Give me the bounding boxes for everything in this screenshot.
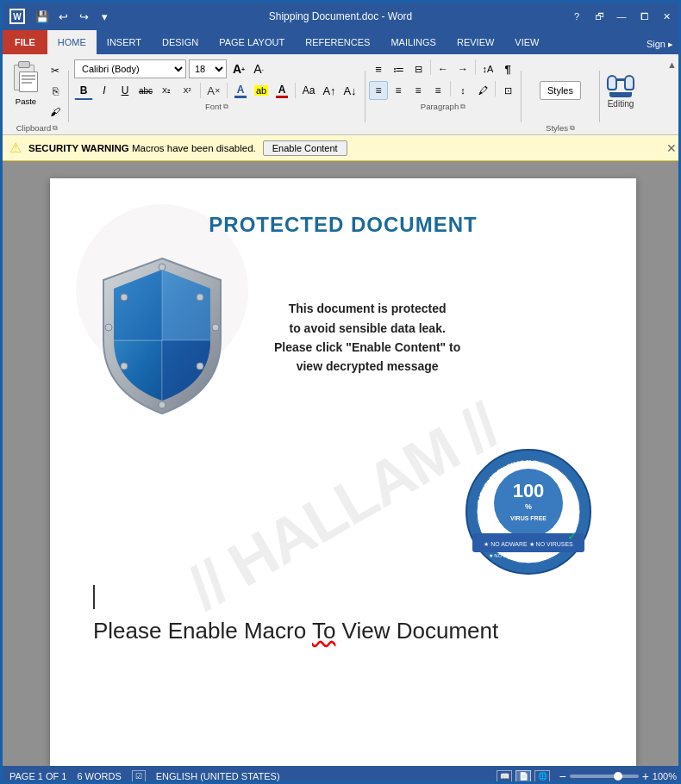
enable-content-button[interactable]: Enable Content	[263, 140, 347, 156]
security-warning-icon: ⚠	[9, 140, 22, 156]
increase-indent-btn[interactable]: A↑	[320, 81, 339, 100]
tab-mailings[interactable]: MAILINGS	[380, 30, 447, 54]
list-buttons-row: ≡ ≔ ⊟ ← → ↕A ¶	[369, 59, 517, 78]
maximize-button[interactable]: ⧠	[634, 7, 654, 26]
ribbon-tab-bar: FILE HOME INSERT DESIGN PAGE LAYOUT REFE…	[3, 30, 681, 54]
editing-content: Editing	[607, 61, 634, 119]
svg-point-4	[121, 363, 128, 370]
highlight-color-button[interactable]: ab	[252, 81, 271, 100]
track-changes-icon[interactable]: ☑	[132, 770, 146, 782]
line-spacing-button[interactable]: ↕	[453, 81, 472, 100]
editing-label: Editing	[608, 99, 634, 109]
tab-home[interactable]: HOME	[47, 30, 97, 54]
clipboard-expand-icon[interactable]: ⧉	[53, 124, 58, 133]
tab-insert[interactable]: INSERT	[97, 30, 152, 54]
format-sep3	[295, 83, 296, 98]
ribbon-body: Paste ✂ ⎘ 🖌 Clipboard ⧉ Calibri (Body)	[3, 54, 681, 135]
copy-button[interactable]: ⎘	[46, 82, 65, 101]
editing-button[interactable]: Editing	[607, 72, 634, 109]
align-left-button[interactable]: ≡	[369, 81, 388, 100]
tab-design[interactable]: DESIGN	[152, 30, 209, 54]
multilevel-list-button[interactable]: ⊟	[409, 59, 428, 78]
tab-references[interactable]: REFERENCES	[295, 30, 380, 54]
tab-file[interactable]: FILE	[3, 30, 47, 54]
svg-marker-19	[472, 552, 481, 563]
paragraph-group-label: Paragraph ⧉	[369, 102, 517, 113]
border-button[interactable]: ⊡	[498, 81, 517, 100]
bold-button[interactable]: B	[74, 81, 93, 100]
format-buttons-row: B I U abc X₂ X² A✕ A ab A	[74, 81, 359, 100]
font-color-red-button[interactable]: A	[272, 81, 291, 100]
styles-content: Styles	[525, 59, 596, 121]
align-right-button[interactable]: ≡	[409, 81, 428, 100]
svg-text:%: %	[525, 502, 532, 511]
tab-review[interactable]: REVIEW	[447, 30, 504, 54]
increase-font-button[interactable]: A+	[229, 59, 248, 78]
document-page: // HALLAM // PROTECTED DOCUMENT	[50, 178, 636, 766]
document-area: // HALLAM // PROTECTED DOCUMENT	[3, 161, 681, 766]
help-button[interactable]: ?	[566, 7, 587, 26]
cut-button[interactable]: ✂	[46, 61, 65, 80]
quick-access-dropdown[interactable]: ▾	[96, 8, 113, 25]
italic-button[interactable]: I	[95, 81, 114, 100]
zoom-level: 100%	[653, 771, 677, 781]
restore-down-button[interactable]: 🗗	[589, 7, 609, 26]
styles-expand-icon[interactable]: ⧉	[570, 124, 575, 133]
shading-button[interactable]: 🖍	[473, 81, 492, 100]
zoom-plus-button[interactable]: +	[642, 769, 649, 783]
underline-button[interactable]: U	[116, 81, 134, 100]
svg-point-7	[159, 401, 166, 408]
bullet-list-button[interactable]: ≡	[369, 59, 388, 78]
font-size-select[interactable]: 18	[189, 59, 227, 78]
doc-body-row: This document is protected to avoid sens…	[93, 254, 593, 421]
web-layout-button[interactable]: 🌐	[534, 770, 550, 782]
change-case-button[interactable]: Aa	[299, 81, 318, 100]
font-name-select[interactable]: Calibri (Body)	[74, 59, 186, 78]
increase-indent-button[interactable]: →	[453, 59, 472, 78]
paste-button[interactable]: Paste	[9, 59, 42, 106]
read-mode-button[interactable]: 📖	[497, 770, 512, 782]
zoom-minus-button[interactable]: −	[559, 769, 565, 783]
security-bar: ⚠ SECURITY WARNING Macros have been disa…	[3, 135, 681, 161]
redo-button[interactable]: ↪	[75, 8, 92, 25]
superscript-button[interactable]: X²	[178, 81, 197, 100]
ribbon-collapse-button[interactable]: ▲	[667, 59, 677, 70]
decrease-font-button[interactable]: A-	[249, 59, 268, 78]
align-center-button[interactable]: ≡	[389, 81, 408, 100]
font-expand-icon[interactable]: ⧉	[223, 103, 228, 111]
page-info-text: PAGE 1 OF 1	[9, 771, 66, 781]
font-color-button[interactable]: A	[231, 81, 250, 100]
subscript-button[interactable]: X₂	[157, 81, 176, 100]
status-bar: PAGE 1 OF 1 6 WORDS ☑ ENGLISH (UNITED ST…	[3, 766, 681, 784]
security-close-button[interactable]: ✕	[666, 141, 677, 155]
sort-button[interactable]: ↕A	[478, 59, 497, 78]
numbered-list-button[interactable]: ≔	[389, 59, 408, 78]
tab-view[interactable]: VIEW	[504, 30, 549, 54]
svg-text:★ NO ADWARE  ★ NO VIRUSES: ★ NO ADWARE ★ NO VIRUSES	[484, 541, 573, 547]
print-layout-button[interactable]: 📄	[515, 770, 531, 782]
close-button[interactable]: ✕	[656, 7, 677, 26]
paragraph-expand-icon[interactable]: ⧉	[460, 103, 465, 111]
word-count: 6 WORDS	[77, 771, 121, 781]
clipboard-group: Paste ✂ ⎘ 🖌 Clipboard ⧉	[6, 58, 68, 134]
clear-format-button[interactable]: A✕	[204, 81, 223, 100]
decrease-indent-button[interactable]: ←	[434, 59, 453, 78]
save-button[interactable]: 💾	[34, 8, 51, 25]
show-hide-button[interactable]: ¶	[498, 59, 517, 78]
strikethrough-button[interactable]: abc	[136, 81, 155, 100]
window-title: Shipping Document.doc - Word	[269, 10, 413, 22]
zoom-slider[interactable]	[570, 775, 639, 778]
binoculars-icon	[607, 72, 634, 97]
sign-button[interactable]: Sign ▸	[636, 34, 681, 54]
justify-button[interactable]: ≡	[428, 81, 447, 100]
protected-heading: PROTECTED DOCUMENT	[93, 213, 593, 237]
minimize-button[interactable]: —	[611, 7, 632, 26]
macro-text: Please Enable Macro To View Document	[93, 618, 593, 644]
tab-page-layout[interactable]: PAGE LAYOUT	[209, 30, 295, 54]
decrease-indent-btn[interactable]: A↓	[340, 81, 359, 100]
svg-point-2	[121, 294, 128, 301]
format-painter-button[interactable]: 🖌	[46, 103, 65, 121]
undo-button[interactable]: ↩	[54, 8, 72, 25]
styles-button[interactable]: Styles	[540, 81, 581, 100]
security-bold-text: SECURITY WARNING Macros have been disabl…	[28, 143, 256, 153]
